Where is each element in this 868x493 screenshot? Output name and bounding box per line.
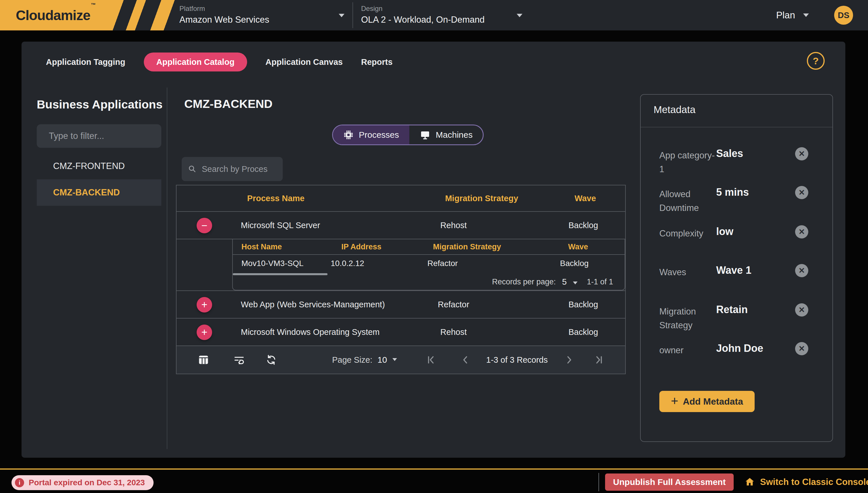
metadata-label: owner <box>659 343 720 357</box>
cpu-chip-icon <box>343 130 354 140</box>
info-icon: i <box>15 478 24 487</box>
horizontal-scrollbar[interactable] <box>233 273 327 275</box>
first-page-icon[interactable] <box>427 355 437 365</box>
sidebar-filter <box>37 124 161 148</box>
remove-metadata-button[interactable]: ✕ <box>795 147 808 160</box>
sidebar-item-cmz-frontend[interactable]: CMZ-FRONTEND <box>37 153 161 179</box>
switch-to-classic-console-link[interactable]: Switch to Classic Console <box>744 473 868 491</box>
metadata-value: 5 mins <box>716 186 749 198</box>
column-sub-migration-strategy: Migration Strategy <box>433 242 501 251</box>
column-wave: Wave <box>575 194 596 203</box>
unpublish-full-assessment-button[interactable]: Unpublish Full Assessment <box>605 473 734 491</box>
pagination-range-text: 1-3 of 3 Records <box>486 355 548 365</box>
metadata-value: Sales <box>716 148 743 159</box>
metadata-value: Wave 1 <box>716 264 751 276</box>
process-name-cell: Microsoft SQL Server <box>241 221 320 230</box>
tab-reports[interactable]: Reports <box>361 57 393 67</box>
remove-metadata-button[interactable]: ✕ <box>795 186 808 199</box>
column-sub-wave: Wave <box>568 242 588 251</box>
column-migration-strategy: Migration Strategy <box>445 194 518 203</box>
wave-cell: Backlog <box>568 300 598 309</box>
metadata-label: Complexity <box>659 227 720 240</box>
table-header: Process Name Migration Strategy Wave <box>176 185 625 212</box>
design-selector[interactable]: Design OLA 2 - Workload, On-Demand <box>361 5 485 25</box>
portal-expired-text: Portal expired on Dec 31, 2023 <box>29 478 145 487</box>
next-page-icon[interactable] <box>564 355 574 365</box>
platform-selector[interactable]: Platform Amazon Web Services <box>179 5 269 25</box>
tab-application-catalog[interactable]: Application Catalog <box>144 52 247 71</box>
records-per-page-caret-icon[interactable] <box>573 281 577 284</box>
portal-expired-badge: i Portal expired on Dec 31, 2023 <box>12 475 153 490</box>
last-page-icon[interactable] <box>593 355 603 365</box>
monitor-icon <box>420 129 430 140</box>
metadata-divider <box>641 127 832 127</box>
metadata-label: Waves <box>659 265 720 279</box>
logo-wordmark: Cloudamize™ <box>16 7 95 23</box>
toggle-processes[interactable]: Processes <box>333 125 409 144</box>
metadata-label: Allowed Downtime <box>659 187 720 215</box>
platform-caret-icon[interactable] <box>339 14 344 17</box>
table-row: + Microsoft Windows Operating System Reh… <box>176 319 625 346</box>
collapse-row-button[interactable]: − <box>197 218 212 233</box>
page-size-value[interactable]: 10 <box>378 355 387 365</box>
tab-application-canvas[interactable]: Application Canvas <box>266 57 343 67</box>
metadata-label: App category-1 <box>659 149 720 176</box>
topbar-divider <box>353 2 353 28</box>
expand-row-button[interactable]: + <box>197 325 212 340</box>
sidebar-divider <box>167 87 167 449</box>
metadata-item: Allowed Downtime 5 mins ✕ <box>659 187 820 215</box>
sidebar-title: Business Applications <box>37 98 163 111</box>
expand-row-button[interactable]: + <box>197 297 212 313</box>
metadata-panel: Metadata App category-1 Sales ✕ Allowed … <box>640 94 833 442</box>
view-toggle: Processes Machines <box>332 125 484 145</box>
process-name-cell: Web App (Web Services-Management) <box>241 300 385 309</box>
app-screen: Cloudamize™ Platform Amazon Web Services… <box>0 0 868 493</box>
remove-metadata-button[interactable]: ✕ <box>795 342 808 355</box>
help-icon[interactable]: ? <box>807 52 825 70</box>
refresh-icon[interactable] <box>266 354 277 366</box>
columns-icon[interactable] <box>198 354 209 366</box>
remove-metadata-button[interactable]: ✕ <box>795 303 808 317</box>
table-toolbar: Page Size: 10 1-3 of 3 Records <box>176 346 625 373</box>
table-row: − Microsoft SQL Server Rehost Backlog <box>176 212 625 239</box>
wrap-text-icon[interactable] <box>233 354 245 366</box>
process-search-input[interactable] <box>202 165 268 174</box>
platform-label: Platform <box>179 5 269 13</box>
records-per-page-label: Records per page: <box>492 278 556 286</box>
column-ip-address: IP Address <box>341 242 381 251</box>
remove-metadata-button[interactable]: ✕ <box>795 225 808 238</box>
metadata-label: Migration Strategy <box>659 305 720 332</box>
toggle-machines-label: Machines <box>436 130 472 140</box>
toggle-machines[interactable]: Machines <box>409 125 483 144</box>
metadata-value: low <box>716 226 733 238</box>
tab-application-tagging[interactable]: Application Tagging <box>46 57 125 67</box>
sub-wave-cell: Backlog <box>560 259 589 268</box>
metadata-title: Metadata <box>654 104 696 115</box>
machines-subtable: Host Name IP Address Migration Strategy … <box>232 239 625 291</box>
process-table: Process Name Migration Strategy Wave − M… <box>176 185 626 374</box>
remove-metadata-button[interactable]: ✕ <box>795 264 808 277</box>
page-size-caret-icon[interactable] <box>393 358 397 361</box>
top-bar: Cloudamize™ Platform Amazon Web Services… <box>0 0 868 30</box>
user-avatar[interactable]: DS <box>834 6 853 25</box>
records-per-page-value[interactable]: 5 <box>562 277 567 287</box>
subtable-header: Host Name IP Address Migration Strategy … <box>233 239 624 255</box>
sidebar-item-cmz-backend[interactable]: CMZ-BACKEND <box>37 179 161 206</box>
metadata-item: Complexity low ✕ <box>659 227 820 240</box>
add-metadata-button[interactable]: + Add Metadata <box>659 391 755 412</box>
plan-menu[interactable]: Plan <box>776 0 809 30</box>
cloudamize-logo: Cloudamize™ <box>0 0 201 30</box>
filter-input[interactable] <box>49 131 163 141</box>
host-name-cell: Mov10-VM3-SQL <box>241 259 303 268</box>
statusbar-accent-line <box>0 468 868 470</box>
plan-label: Plan <box>776 10 795 21</box>
expanded-detail-region: Host Name IP Address Migration Strategy … <box>176 239 625 291</box>
design-label: Design <box>361 5 485 13</box>
metadata-value: Retain <box>716 304 748 316</box>
previous-page-icon[interactable] <box>461 355 470 365</box>
toggle-processes-label: Processes <box>359 130 399 140</box>
design-caret-icon[interactable] <box>517 14 523 17</box>
migration-strategy-cell: Rehost <box>440 221 467 230</box>
metadata-item: Waves Wave 1 ✕ <box>659 265 820 279</box>
subtable-row: Mov10-VM3-SQL 10.0.2.12 Refactor Backlog <box>233 255 624 272</box>
